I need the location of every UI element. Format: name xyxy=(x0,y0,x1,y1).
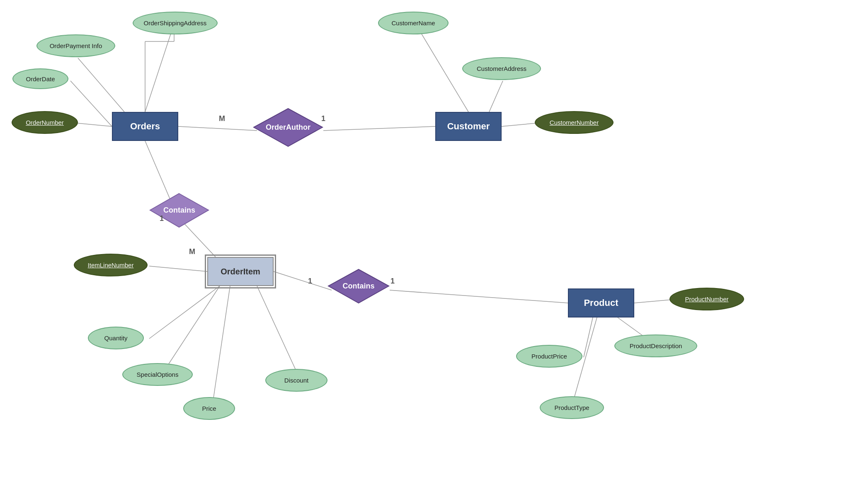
svg-line-0 xyxy=(145,24,174,112)
attribute-productprice: ProductPrice xyxy=(516,345,582,368)
attribute-orderpaymentinfo: OrderPayment Info xyxy=(36,34,115,57)
cardinality-1-contains2-right: 1 xyxy=(390,277,395,286)
cardinality-1-contains2-left: 1 xyxy=(308,277,312,286)
cardinality-m1: M xyxy=(219,114,225,123)
svg-line-17 xyxy=(390,290,568,303)
entity-product: Product xyxy=(568,288,634,317)
svg-line-5 xyxy=(323,126,435,131)
attribute-quantity: Quantity xyxy=(88,327,144,349)
svg-line-1 xyxy=(78,58,124,112)
attribute-price: Price xyxy=(183,397,235,420)
er-diagram: Orders Customer Product OrderItem OrderA… xyxy=(0,0,844,504)
cardinality-1-orderauthor: 1 xyxy=(321,114,325,123)
attribute-productdescription: ProductDescription xyxy=(614,334,697,357)
entity-orders: Orders xyxy=(112,112,178,141)
attribute-producttype: ProductType xyxy=(540,396,604,419)
entity-orderitem: OrderItem xyxy=(207,257,274,286)
attribute-itemlinenumber: ItemLineNumber xyxy=(74,254,148,276)
attribute-customernumber: CustomerNumber xyxy=(535,111,614,134)
svg-line-9 xyxy=(145,141,170,199)
attribute-discount: Discount xyxy=(265,369,327,392)
svg-line-15 xyxy=(257,286,301,382)
relationship-orderauthor: OrderAuthor xyxy=(253,108,323,147)
svg-line-3 xyxy=(77,123,112,126)
relationship-contains2: Contains xyxy=(327,269,390,304)
relationship-contains1: Contains xyxy=(149,193,209,228)
svg-line-6 xyxy=(415,24,468,112)
svg-line-16 xyxy=(274,271,332,290)
attribute-customername: CustomerName xyxy=(378,12,449,34)
svg-line-13 xyxy=(161,286,220,376)
attribute-specialoptions: SpecialOptions xyxy=(122,363,193,386)
connection-lines xyxy=(0,0,844,504)
entity-customer: Customer xyxy=(435,112,502,141)
svg-line-8 xyxy=(502,123,537,126)
attribute-orderdate: OrderDate xyxy=(12,68,68,89)
attribute-ordernumber: OrderNumber xyxy=(12,111,78,134)
cardinality-m-contains1: M xyxy=(189,247,195,256)
svg-line-11 xyxy=(149,266,207,271)
svg-line-14 xyxy=(213,286,230,398)
svg-line-12 xyxy=(149,286,220,339)
svg-line-7 xyxy=(489,81,503,112)
attribute-customeraddress: CustomerAddress xyxy=(462,57,541,80)
attribute-productnumber: ProductNumber xyxy=(669,288,744,310)
attribute-ordershippingaddress: OrderShippingAddress xyxy=(133,12,218,34)
svg-line-18 xyxy=(634,300,672,303)
svg-line-19 xyxy=(584,317,593,357)
svg-line-4 xyxy=(178,126,257,131)
cardinality-1-contains1: 1 xyxy=(160,214,164,223)
